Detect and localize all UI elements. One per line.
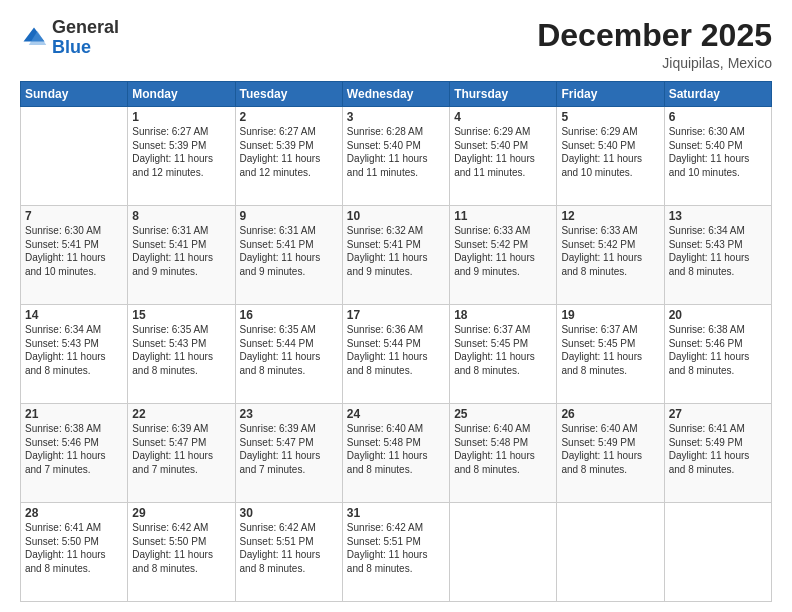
calendar-cell: 30Sunrise: 6:42 AM Sunset: 5:51 PM Dayli… [235, 503, 342, 602]
day-info: Sunrise: 6:32 AM Sunset: 5:41 PM Dayligh… [347, 224, 445, 278]
day-info: Sunrise: 6:30 AM Sunset: 5:40 PM Dayligh… [669, 125, 767, 179]
header: General Blue December 2025 Jiquipilas, M… [20, 18, 772, 71]
month-title: December 2025 [537, 18, 772, 53]
day-number: 17 [347, 308, 445, 322]
day-number: 3 [347, 110, 445, 124]
day-number: 6 [669, 110, 767, 124]
day-number: 22 [132, 407, 230, 421]
calendar-cell: 14Sunrise: 6:34 AM Sunset: 5:43 PM Dayli… [21, 305, 128, 404]
day-number: 20 [669, 308, 767, 322]
day-number: 30 [240, 506, 338, 520]
day-number: 26 [561, 407, 659, 421]
calendar-cell: 24Sunrise: 6:40 AM Sunset: 5:48 PM Dayli… [342, 404, 449, 503]
day-info: Sunrise: 6:39 AM Sunset: 5:47 PM Dayligh… [240, 422, 338, 476]
logo-text: General Blue [52, 18, 119, 58]
day-info: Sunrise: 6:37 AM Sunset: 5:45 PM Dayligh… [454, 323, 552, 377]
logo-general-text: General [52, 17, 119, 37]
day-number: 13 [669, 209, 767, 223]
day-info: Sunrise: 6:40 AM Sunset: 5:48 PM Dayligh… [347, 422, 445, 476]
page: General Blue December 2025 Jiquipilas, M… [0, 0, 792, 612]
calendar-cell: 18Sunrise: 6:37 AM Sunset: 5:45 PM Dayli… [450, 305, 557, 404]
header-saturday: Saturday [664, 82, 771, 107]
day-info: Sunrise: 6:40 AM Sunset: 5:49 PM Dayligh… [561, 422, 659, 476]
calendar-cell: 11Sunrise: 6:33 AM Sunset: 5:42 PM Dayli… [450, 206, 557, 305]
header-monday: Monday [128, 82, 235, 107]
day-info: Sunrise: 6:34 AM Sunset: 5:43 PM Dayligh… [669, 224, 767, 278]
day-info: Sunrise: 6:41 AM Sunset: 5:49 PM Dayligh… [669, 422, 767, 476]
day-info: Sunrise: 6:27 AM Sunset: 5:39 PM Dayligh… [132, 125, 230, 179]
calendar-cell [557, 503, 664, 602]
day-number: 24 [347, 407, 445, 421]
day-number: 29 [132, 506, 230, 520]
day-info: Sunrise: 6:36 AM Sunset: 5:44 PM Dayligh… [347, 323, 445, 377]
calendar-cell: 31Sunrise: 6:42 AM Sunset: 5:51 PM Dayli… [342, 503, 449, 602]
day-number: 7 [25, 209, 123, 223]
title-block: December 2025 Jiquipilas, Mexico [537, 18, 772, 71]
calendar-cell: 6Sunrise: 6:30 AM Sunset: 5:40 PM Daylig… [664, 107, 771, 206]
calendar-cell: 26Sunrise: 6:40 AM Sunset: 5:49 PM Dayli… [557, 404, 664, 503]
calendar-cell: 16Sunrise: 6:35 AM Sunset: 5:44 PM Dayli… [235, 305, 342, 404]
day-info: Sunrise: 6:31 AM Sunset: 5:41 PM Dayligh… [132, 224, 230, 278]
day-number: 4 [454, 110, 552, 124]
day-number: 19 [561, 308, 659, 322]
day-number: 8 [132, 209, 230, 223]
day-number: 9 [240, 209, 338, 223]
calendar-cell: 3Sunrise: 6:28 AM Sunset: 5:40 PM Daylig… [342, 107, 449, 206]
day-number: 1 [132, 110, 230, 124]
header-friday: Friday [557, 82, 664, 107]
day-number: 10 [347, 209, 445, 223]
day-info: Sunrise: 6:35 AM Sunset: 5:43 PM Dayligh… [132, 323, 230, 377]
calendar-table: Sunday Monday Tuesday Wednesday Thursday… [20, 81, 772, 602]
calendar-cell: 25Sunrise: 6:40 AM Sunset: 5:48 PM Dayli… [450, 404, 557, 503]
day-number: 16 [240, 308, 338, 322]
calendar-cell: 21Sunrise: 6:38 AM Sunset: 5:46 PM Dayli… [21, 404, 128, 503]
calendar-cell: 17Sunrise: 6:36 AM Sunset: 5:44 PM Dayli… [342, 305, 449, 404]
calendar-header-row: Sunday Monday Tuesday Wednesday Thursday… [21, 82, 772, 107]
calendar-cell: 23Sunrise: 6:39 AM Sunset: 5:47 PM Dayli… [235, 404, 342, 503]
calendar-cell: 9Sunrise: 6:31 AM Sunset: 5:41 PM Daylig… [235, 206, 342, 305]
calendar-cell: 4Sunrise: 6:29 AM Sunset: 5:40 PM Daylig… [450, 107, 557, 206]
calendar-cell: 1Sunrise: 6:27 AM Sunset: 5:39 PM Daylig… [128, 107, 235, 206]
calendar-cell: 27Sunrise: 6:41 AM Sunset: 5:49 PM Dayli… [664, 404, 771, 503]
day-info: Sunrise: 6:34 AM Sunset: 5:43 PM Dayligh… [25, 323, 123, 377]
day-number: 23 [240, 407, 338, 421]
header-tuesday: Tuesday [235, 82, 342, 107]
day-number: 31 [347, 506, 445, 520]
logo: General Blue [20, 18, 119, 58]
day-info: Sunrise: 6:33 AM Sunset: 5:42 PM Dayligh… [454, 224, 552, 278]
day-info: Sunrise: 6:42 AM Sunset: 5:51 PM Dayligh… [240, 521, 338, 575]
calendar-week-1: 7Sunrise: 6:30 AM Sunset: 5:41 PM Daylig… [21, 206, 772, 305]
header-wednesday: Wednesday [342, 82, 449, 107]
day-info: Sunrise: 6:30 AM Sunset: 5:41 PM Dayligh… [25, 224, 123, 278]
day-info: Sunrise: 6:42 AM Sunset: 5:51 PM Dayligh… [347, 521, 445, 575]
logo-blue-text: Blue [52, 37, 91, 57]
header-sunday: Sunday [21, 82, 128, 107]
calendar-cell: 20Sunrise: 6:38 AM Sunset: 5:46 PM Dayli… [664, 305, 771, 404]
logo-icon [20, 24, 48, 52]
day-info: Sunrise: 6:33 AM Sunset: 5:42 PM Dayligh… [561, 224, 659, 278]
day-number: 18 [454, 308, 552, 322]
calendar-week-4: 28Sunrise: 6:41 AM Sunset: 5:50 PM Dayli… [21, 503, 772, 602]
day-number: 5 [561, 110, 659, 124]
calendar-cell: 5Sunrise: 6:29 AM Sunset: 5:40 PM Daylig… [557, 107, 664, 206]
calendar-week-3: 21Sunrise: 6:38 AM Sunset: 5:46 PM Dayli… [21, 404, 772, 503]
calendar-cell: 29Sunrise: 6:42 AM Sunset: 5:50 PM Dayli… [128, 503, 235, 602]
calendar-cell: 12Sunrise: 6:33 AM Sunset: 5:42 PM Dayli… [557, 206, 664, 305]
day-info: Sunrise: 6:27 AM Sunset: 5:39 PM Dayligh… [240, 125, 338, 179]
day-info: Sunrise: 6:38 AM Sunset: 5:46 PM Dayligh… [25, 422, 123, 476]
calendar-week-0: 1Sunrise: 6:27 AM Sunset: 5:39 PM Daylig… [21, 107, 772, 206]
day-info: Sunrise: 6:29 AM Sunset: 5:40 PM Dayligh… [454, 125, 552, 179]
day-number: 11 [454, 209, 552, 223]
day-info: Sunrise: 6:35 AM Sunset: 5:44 PM Dayligh… [240, 323, 338, 377]
calendar-cell: 13Sunrise: 6:34 AM Sunset: 5:43 PM Dayli… [664, 206, 771, 305]
day-number: 28 [25, 506, 123, 520]
day-number: 15 [132, 308, 230, 322]
calendar-cell [450, 503, 557, 602]
calendar-cell: 2Sunrise: 6:27 AM Sunset: 5:39 PM Daylig… [235, 107, 342, 206]
day-info: Sunrise: 6:37 AM Sunset: 5:45 PM Dayligh… [561, 323, 659, 377]
calendar-cell [664, 503, 771, 602]
calendar-cell: 28Sunrise: 6:41 AM Sunset: 5:50 PM Dayli… [21, 503, 128, 602]
day-number: 27 [669, 407, 767, 421]
calendar-week-2: 14Sunrise: 6:34 AM Sunset: 5:43 PM Dayli… [21, 305, 772, 404]
calendar-cell: 22Sunrise: 6:39 AM Sunset: 5:47 PM Dayli… [128, 404, 235, 503]
